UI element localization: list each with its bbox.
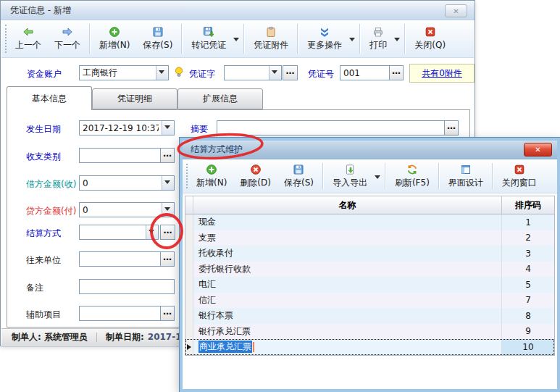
category-ellipsis-button[interactable]: … bbox=[160, 149, 174, 162]
table-row[interactable]: 信汇 7 bbox=[185, 293, 554, 309]
summary-field[interactable]: … bbox=[217, 120, 459, 135]
remark-field[interactable] bbox=[79, 279, 175, 294]
cell-name[interactable]: 现金 bbox=[193, 214, 501, 230]
print-dropdown-caret-icon[interactable] bbox=[394, 38, 400, 44]
table-row[interactable]: 银行承兑汇票 9 bbox=[185, 324, 554, 340]
refresh-button[interactable]: 刷新(F5) bbox=[388, 162, 436, 191]
table-row[interactable]: 支票 2 bbox=[185, 230, 554, 246]
date-dropdown-button[interactable] bbox=[162, 121, 174, 135]
dialog-titlebar[interactable]: 结算方式维护 bbox=[183, 141, 557, 159]
cell-name[interactable]: 信汇 bbox=[193, 293, 501, 309]
cell-code[interactable]: 9 bbox=[501, 324, 554, 340]
transfer-voucher-button[interactable]: 转记凭证 bbox=[185, 24, 233, 54]
date-field[interactable] bbox=[79, 120, 175, 135]
summary-input[interactable] bbox=[217, 121, 444, 135]
fund-account-select[interactable]: 工商银行 bbox=[79, 65, 169, 80]
aux-input[interactable] bbox=[80, 306, 160, 320]
cell-code[interactable]: 7 bbox=[501, 293, 554, 309]
dialog-close-button[interactable]: ✕ bbox=[524, 143, 552, 157]
settlement-field[interactable] bbox=[79, 225, 159, 240]
toolbar-separator bbox=[359, 24, 361, 54]
cell-code[interactable]: 3 bbox=[501, 246, 554, 262]
lightbulb-icon[interactable] bbox=[173, 66, 185, 78]
cell-code[interactable]: 10 bbox=[501, 339, 554, 355]
settlement-input[interactable] bbox=[80, 225, 146, 239]
floppy-arrow-icon bbox=[203, 26, 214, 38]
debit-field[interactable] bbox=[79, 175, 175, 191]
cell-code[interactable]: 4 bbox=[501, 262, 554, 278]
next-button[interactable]: 下一个 bbox=[48, 24, 87, 54]
attachment-count-box: 共有0附件 bbox=[409, 64, 475, 83]
close-window-button[interactable]: 关闭(Q) bbox=[408, 24, 452, 54]
prev-button[interactable]: 上一个 bbox=[9, 24, 48, 54]
aux-ellipsis-button[interactable]: … bbox=[160, 306, 174, 320]
settlement-ellipsis-button[interactable]: … bbox=[160, 225, 175, 240]
cell-code[interactable]: 8 bbox=[501, 308, 554, 324]
dialog-close-window-button[interactable]: 关闭窗口 bbox=[496, 162, 543, 191]
import-export-caret-icon[interactable] bbox=[375, 175, 380, 182]
cell-name[interactable]: 银行承兑汇票 bbox=[193, 324, 501, 340]
tab-voucher-detail[interactable]: 凭证明细 bbox=[92, 88, 177, 109]
add-button[interactable]: 新增(N) bbox=[93, 24, 136, 54]
table-row[interactable]: 托收承付 3 bbox=[185, 246, 554, 262]
tab-basic-info[interactable]: 基本信息 bbox=[7, 86, 92, 110]
cell-name[interactable]: 支票 bbox=[193, 230, 501, 246]
credit-field[interactable] bbox=[79, 202, 175, 217]
import-export-button[interactable]: 导入导出 bbox=[326, 162, 374, 191]
tab-extended-info[interactable]: 扩展信息 bbox=[177, 88, 263, 109]
voucher-word-dropdown-button[interactable] bbox=[269, 66, 281, 80]
table-row[interactable]: 银行本票 8 bbox=[185, 308, 554, 324]
table-row-selected[interactable]: 商业承兑汇票 10 bbox=[185, 339, 554, 355]
category-field[interactable]: … bbox=[79, 148, 175, 163]
window-close-button[interactable]: ✕ bbox=[445, 4, 467, 17]
remark-input[interactable] bbox=[80, 280, 174, 293]
voucher-no-field[interactable]: … bbox=[340, 65, 404, 80]
cell-name[interactable]: 委托银行收款 bbox=[193, 262, 501, 278]
dialog-add-button[interactable]: 新增(N) bbox=[190, 162, 233, 191]
cell-code[interactable]: 5 bbox=[501, 277, 554, 293]
partner-ellipsis-button[interactable]: … bbox=[160, 252, 174, 266]
attachment-count-link[interactable]: 共有0附件 bbox=[422, 67, 462, 80]
voucher-no-input[interactable] bbox=[340, 66, 389, 80]
cell-name[interactable]: 托收承付 bbox=[193, 246, 501, 262]
partner-field[interactable]: … bbox=[79, 251, 175, 267]
transfer-dropdown-caret-icon[interactable] bbox=[233, 38, 239, 44]
voucher-no-ellipsis-button[interactable]: … bbox=[389, 66, 403, 80]
settlement-dropdown-button[interactable] bbox=[146, 225, 158, 239]
column-header-code[interactable]: 排序码 bbox=[501, 196, 554, 214]
table-row[interactable]: 委托银行收款 4 bbox=[185, 262, 554, 278]
dialog-save-button[interactable]: 保存(S) bbox=[277, 162, 320, 191]
toolbar-grip[interactable] bbox=[5, 25, 7, 53]
cell-code[interactable]: 2 bbox=[501, 230, 554, 246]
voucher-attachment-button[interactable]: 凭证附件 bbox=[247, 24, 295, 54]
cell-name[interactable]: 银行本票 bbox=[193, 308, 501, 324]
table-row[interactable]: 现金 1 bbox=[185, 214, 554, 230]
attachment-label: 凭证附件 bbox=[254, 39, 288, 51]
printer-icon bbox=[372, 26, 384, 38]
window-titlebar[interactable]: 凭证信息 - 新增 bbox=[1, 1, 475, 20]
summary-ellipsis-button[interactable]: … bbox=[444, 121, 458, 135]
cell-name-editing[interactable]: 商业承兑汇票 bbox=[193, 339, 501, 355]
category-input[interactable] bbox=[80, 149, 160, 162]
fund-account-dropdown-button[interactable] bbox=[156, 66, 168, 80]
cell-name[interactable]: 电汇 bbox=[193, 277, 501, 293]
debit-input[interactable] bbox=[80, 176, 162, 190]
toolbar-grip[interactable] bbox=[186, 164, 188, 188]
credit-input[interactable] bbox=[80, 203, 162, 217]
more-actions-button[interactable]: 更多操作 bbox=[301, 24, 348, 54]
partner-input[interactable] bbox=[80, 252, 160, 266]
cell-code[interactable]: 1 bbox=[501, 214, 554, 230]
table-row[interactable]: 电汇 5 bbox=[185, 277, 554, 293]
date-input[interactable] bbox=[80, 121, 162, 135]
voucher-word-select[interactable] bbox=[224, 65, 282, 80]
more-dropdown-caret-icon[interactable] bbox=[349, 38, 355, 44]
aux-field[interactable]: … bbox=[79, 306, 175, 321]
save-button[interactable]: 保存(S) bbox=[136, 24, 179, 54]
print-button[interactable]: 打印 bbox=[363, 24, 393, 54]
voucher-word-ellipsis-button[interactable]: … bbox=[283, 65, 298, 80]
column-header-name[interactable]: 名称 bbox=[193, 196, 501, 214]
ui-design-button[interactable]: 界面设计 bbox=[442, 162, 490, 191]
credit-dropdown-button[interactable] bbox=[162, 203, 174, 217]
dialog-delete-button[interactable]: 删除(D) bbox=[233, 162, 277, 191]
debit-dropdown-button[interactable] bbox=[162, 176, 174, 190]
